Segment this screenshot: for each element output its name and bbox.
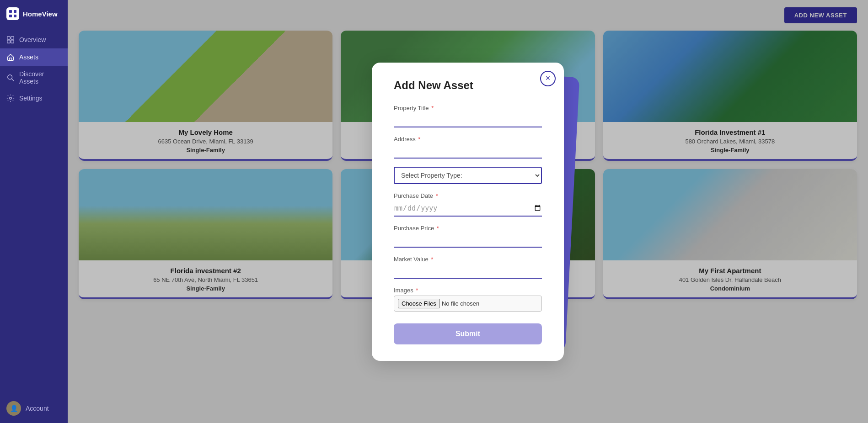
property-title-field: Property Title *	[394, 105, 542, 127]
svg-point-11	[10, 97, 12, 100]
app-logo[interactable]: HomeView	[0, 0, 68, 27]
market-value-label: Market Value *	[394, 256, 542, 263]
sidebar-nav: Overview Assets Discover Assets Settings	[0, 27, 68, 394]
images-input[interactable]	[394, 296, 542, 312]
property-title-input[interactable]	[394, 113, 542, 127]
images-label: Images *	[394, 287, 542, 294]
purchase-price-label: Purchase Price *	[394, 225, 542, 232]
images-field: Images *	[394, 287, 542, 312]
modal-overlay[interactable]: × Add New Asset Property Title * Address…	[68, 0, 868, 423]
sidebar-item-settings-label: Settings	[19, 95, 43, 102]
account-label: Account	[26, 405, 49, 412]
submit-button[interactable]: Submit	[394, 323, 542, 344]
purchase-date-label: Purchase Date *	[394, 192, 542, 199]
add-asset-modal: × Add New Asset Property Title * Address…	[372, 63, 564, 361]
svg-rect-8	[9, 58, 11, 60]
sidebar-item-assets[interactable]: Assets	[0, 48, 68, 66]
svg-rect-0	[9, 10, 12, 13]
purchase-date-input[interactable]	[394, 201, 542, 217]
sidebar-item-discover-label: Discover Assets	[19, 70, 61, 85]
sidebar-item-discover[interactable]: Discover Assets	[0, 66, 68, 90]
purchase-price-field: Purchase Price *	[394, 225, 542, 248]
svg-rect-7	[11, 40, 14, 43]
svg-rect-5	[11, 37, 14, 39]
address-label: Address *	[394, 136, 542, 143]
sidebar-item-overview-label: Overview	[19, 36, 46, 43]
sidebar-item-settings[interactable]: Settings	[0, 90, 68, 107]
svg-rect-6	[7, 40, 10, 43]
address-input[interactable]	[394, 144, 542, 159]
property-type-select[interactable]: Select Property Type: Single-Family Cond…	[394, 167, 542, 184]
property-type-field: Select Property Type: Single-Family Cond…	[394, 167, 542, 184]
grid-icon	[6, 36, 15, 44]
svg-line-10	[12, 79, 14, 81]
avatar: 👤	[6, 401, 21, 416]
market-value-field: Market Value *	[394, 256, 542, 279]
svg-point-9	[8, 75, 12, 79]
svg-rect-2	[9, 15, 12, 17]
svg-rect-3	[14, 15, 16, 17]
svg-rect-4	[7, 37, 10, 39]
svg-rect-1	[14, 10, 16, 13]
settings-icon	[6, 94, 15, 102]
account-section[interactable]: 👤 Account	[0, 394, 68, 423]
purchase-date-field: Purchase Date *	[394, 192, 542, 217]
address-field: Address *	[394, 136, 542, 159]
market-value-input[interactable]	[394, 264, 542, 279]
modal-close-button[interactable]: ×	[540, 71, 556, 86]
sidebar-item-assets-label: Assets	[19, 53, 38, 61]
app-name: HomeView	[23, 10, 58, 18]
search-icon	[6, 74, 15, 82]
purchase-price-input[interactable]	[394, 233, 542, 248]
home-icon	[6, 53, 15, 61]
main-content: ADD NEW ASSET My Lovely Home 6635 Ocean …	[68, 0, 868, 423]
logo-icon	[6, 7, 19, 20]
sidebar: HomeView Overview Assets	[0, 0, 68, 423]
modal-title: Add New Asset	[394, 79, 542, 92]
sidebar-item-overview[interactable]: Overview	[0, 31, 68, 48]
property-title-label: Property Title *	[394, 105, 542, 111]
